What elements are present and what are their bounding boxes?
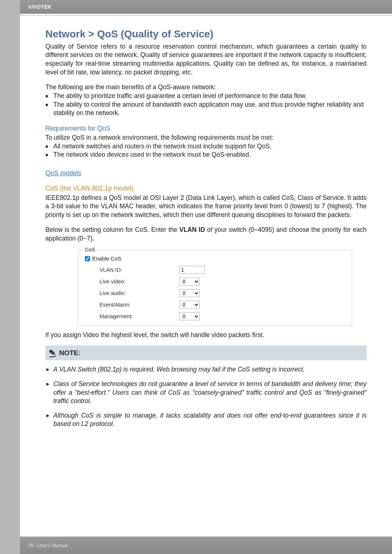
live-audio-select[interactable]: 0: [179, 289, 200, 297]
live-video-label: Live video:: [85, 278, 179, 285]
cos-legend: CoS: [83, 246, 97, 253]
cos-paragraph: IEEE802.1p defines a QoS model at OSI La…: [45, 194, 367, 219]
requirements-lead: To utilize QoS in a network environment,…: [45, 134, 367, 142]
live-video-select[interactable]: 0: [179, 278, 200, 286]
brand-name: VIVOTEK: [28, 4, 52, 10]
vlan-id-row: VLAN ID:: [85, 266, 345, 274]
requirements-heading: Requirements for QoS: [45, 124, 367, 133]
event-alarm-row: Event/Alarm: 0: [85, 301, 345, 309]
benefits-list: The ability to prioritize traffic and gu…: [45, 92, 367, 118]
live-video-row: Live video: 0: [85, 278, 345, 286]
benefit-item: The ability to prioritize traffic and gu…: [45, 92, 367, 100]
enable-cos-row: Enable CoS: [85, 255, 345, 262]
live-audio-label: Live audio:: [85, 290, 179, 297]
vlan-id-input[interactable]: [179, 266, 205, 274]
note-item: A VLAN Switch (802.1p) is required. Web …: [45, 365, 367, 374]
content-area: Network > QoS (Quality of Service) Quali…: [20, 16, 392, 428]
event-alarm-select[interactable]: 0: [179, 301, 200, 309]
enable-cos-label: Enable CoS: [92, 255, 121, 262]
requirement-item: The network video devices used in the ne…: [45, 151, 367, 159]
note-icon: ✎: [48, 347, 56, 358]
management-label: Management:: [85, 313, 179, 320]
footer-bar: 78 - User's Manual: [20, 537, 392, 554]
cos-below-bold: VLAN ID: [179, 226, 205, 233]
benefit-item: The ability to control the amount of ban…: [45, 100, 367, 118]
after-box-text: If you assign Video the highest level, t…: [45, 331, 367, 340]
header-bar: VIVOTEK: [20, 0, 392, 14]
note-item: Although CoS is simple to manage, it lac…: [45, 411, 367, 428]
intro-paragraph: Quality of Service refers to a resource …: [45, 42, 367, 77]
benefits-lead: The following are the main benefits of a…: [45, 83, 367, 92]
event-alarm-label: Event/Alarm:: [85, 301, 179, 308]
cos-below-paragraph: Below is the setting column for CoS. Ent…: [45, 226, 367, 243]
note-list: A VLAN Switch (802.1p) is required. Web …: [45, 365, 367, 428]
note-item: Class of Service technologies do not gua…: [45, 380, 367, 406]
qos-models-heading: QoS models: [45, 169, 367, 177]
requirement-item: All network switches and routers in the …: [45, 142, 367, 151]
requirements-list: All network switches and routers in the …: [45, 142, 367, 159]
management-row: Management: 0: [85, 312, 345, 320]
footer-text: 78 - User's Manual: [28, 543, 68, 548]
page-title: Network > QoS (Quality of Service): [45, 27, 367, 41]
cos-below-pre: Below is the setting column for CoS. Ent…: [45, 226, 179, 233]
vlan-id-label: VLAN ID:: [85, 266, 179, 274]
management-select[interactable]: 0: [179, 312, 200, 320]
enable-cos-checkbox[interactable]: [85, 256, 90, 261]
note-bar: ✎ NOTE:: [45, 345, 367, 361]
cos-heading: CoS (the VLAN 802.1p model): [45, 184, 367, 193]
live-audio-row: Live audio: 0: [85, 289, 345, 297]
cos-settings-panel: CoS Enable CoS VLAN ID: Live video: 0 Li…: [78, 250, 352, 326]
note-label: NOTE:: [59, 348, 81, 358]
